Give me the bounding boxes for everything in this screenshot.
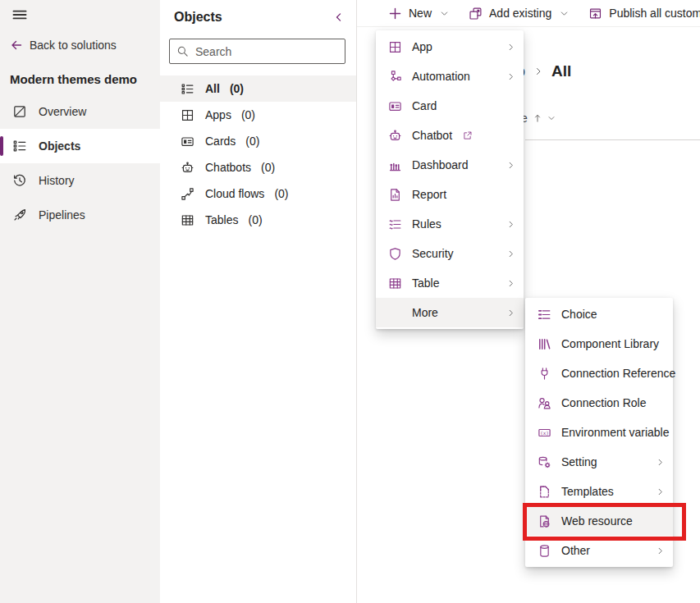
- automation-icon: [387, 70, 403, 84]
- dashboard-icon: [387, 158, 403, 172]
- environment-variable-icon: (x): [537, 426, 552, 440]
- item-count: (0): [241, 108, 255, 121]
- publish-icon: [588, 7, 602, 21]
- sidebar-item-pipelines[interactable]: Pipelines: [0, 198, 160, 232]
- back-to-solutions-label: Back to solutions: [30, 39, 117, 52]
- search-icon: [176, 45, 189, 57]
- card-icon: [181, 135, 195, 148]
- item-count: (0): [230, 82, 244, 95]
- overview-icon: [12, 104, 27, 119]
- search-input[interactable]: [195, 45, 344, 58]
- pipelines-icon: [12, 208, 27, 222]
- more-menu-item-component-library[interactable]: Component Library: [525, 329, 673, 359]
- connection-reference-icon: [537, 367, 552, 381]
- new-menu-item-security[interactable]: Security: [376, 239, 524, 268]
- setting-icon: [537, 455, 552, 469]
- item-count: (0): [261, 161, 275, 174]
- item-count: (0): [274, 187, 288, 200]
- plus-icon: [388, 7, 402, 21]
- table-icon: [387, 276, 403, 290]
- svg-text:(x): (x): [540, 429, 549, 435]
- app-icon: [387, 40, 403, 54]
- hamburger-menu-button[interactable]: [11, 7, 28, 23]
- breadcrumb-separator-icon: [533, 66, 543, 76]
- new-menu-item-chatbot[interactable]: Chatbot: [376, 121, 524, 150]
- new-menu-item-card[interactable]: Card: [376, 91, 524, 121]
- chevron-down-icon: [440, 9, 449, 18]
- web-resource-icon: [537, 514, 552, 528]
- app-window: Back to solutions Modern themes demo Ove…: [0, 0, 700, 603]
- chevron-right-icon: [506, 43, 515, 52]
- add-existing-icon: [469, 7, 483, 21]
- more-menu-item-setting[interactable]: Setting: [525, 447, 673, 477]
- item-count: (0): [248, 213, 262, 226]
- more-menu-item-connection-role[interactable]: Connection Role: [525, 388, 673, 418]
- search-box: [169, 39, 345, 64]
- solution-sidebar: Back to solutions Modern themes demo Ove…: [0, 0, 160, 603]
- breadcrumb-current: All: [551, 62, 571, 80]
- item-count: (0): [245, 135, 259, 148]
- objects-filter-chatbots[interactable]: Chatbots (0): [160, 154, 356, 180]
- objects-list-icon: [12, 139, 27, 153]
- sidebar-item-objects[interactable]: Objects: [0, 129, 160, 163]
- templates-icon: [537, 485, 552, 499]
- more-menu-item-environment-variable[interactable]: (x) Environment variable: [525, 418, 673, 447]
- new-menu-item-table[interactable]: Table: [376, 268, 524, 298]
- chevron-right-icon: [656, 458, 665, 467]
- card-icon: [387, 99, 403, 113]
- more-menu-item-choice[interactable]: Choice: [525, 299, 673, 329]
- more-submenu: Choice Component Library Connection Refe…: [525, 298, 673, 567]
- collapse-panel-button[interactable]: [333, 11, 345, 23]
- sidebar-item-history[interactable]: History: [0, 163, 160, 198]
- column-menu-chevron-icon[interactable]: [547, 114, 556, 122]
- chevron-right-icon: [656, 546, 665, 555]
- more-menu-item-other[interactable]: Other: [525, 536, 673, 565]
- connection-role-icon: [537, 396, 552, 410]
- chevron-right-icon: [506, 308, 515, 317]
- history-icon: [12, 173, 27, 188]
- security-icon: [387, 247, 403, 261]
- solution-title: Modern themes demo: [10, 72, 137, 86]
- sidebar-item-overview[interactable]: Overview: [0, 94, 160, 129]
- rules-icon: [387, 217, 403, 231]
- chevron-right-icon: [506, 161, 515, 170]
- toolbar-button-add-existing[interactable]: Add existing: [462, 0, 575, 27]
- toolbar-button-new[interactable]: New: [382, 0, 455, 27]
- more-menu-item-connection-reference[interactable]: Connection Reference: [525, 359, 673, 388]
- back-to-solutions-link[interactable]: Back to solutions: [10, 39, 117, 52]
- objects-filter-cards[interactable]: Cards (0): [160, 128, 356, 154]
- objects-filter-apps[interactable]: Apps (0): [160, 102, 356, 128]
- new-dropdown-menu: App Automation Card Chatbot: [376, 30, 524, 329]
- toolbar-button-publish-all-customizations[interactable]: Publish all customizations: [582, 0, 700, 27]
- chatbot-icon: [181, 161, 195, 175]
- objects-list: All (0) Apps (0) Cards (0) Chatb: [160, 75, 356, 233]
- more-menu-item-web-resource[interactable]: Web resource: [525, 506, 673, 536]
- chevron-right-icon: [506, 249, 515, 258]
- new-menu-item-dashboard[interactable]: Dashboard: [376, 150, 524, 180]
- new-menu-item-rules[interactable]: Rules: [376, 209, 524, 239]
- objects-panel-header: Objects: [160, 0, 356, 25]
- chevron-right-icon: [506, 72, 515, 81]
- new-menu-item-automation[interactable]: Automation: [376, 62, 524, 91]
- component-library-icon: [537, 337, 552, 351]
- new-menu-item-more[interactable]: More: [376, 298, 524, 327]
- other-icon: [537, 544, 552, 558]
- chevron-right-icon: [506, 220, 515, 229]
- all-list-icon: [181, 82, 195, 96]
- objects-filter-cloud-flows[interactable]: Cloud flows (0): [160, 180, 356, 207]
- objects-panel-title: Objects: [174, 10, 222, 25]
- new-menu-item-app[interactable]: App: [376, 32, 524, 62]
- chatbot-icon: [387, 129, 403, 143]
- report-icon: [387, 188, 403, 202]
- new-menu-item-report[interactable]: Report: [376, 180, 524, 209]
- back-arrow-icon: [10, 39, 23, 52]
- chevron-down-icon: [560, 9, 569, 18]
- sort-ascending-icon: [533, 113, 542, 123]
- more-menu-item-templates[interactable]: Templates: [525, 477, 673, 506]
- table-icon: [181, 213, 195, 227]
- choice-icon: [537, 308, 552, 322]
- cloud-flow-icon: [181, 187, 195, 201]
- objects-filter-tables[interactable]: Tables (0): [160, 207, 356, 233]
- chevron-right-icon: [656, 487, 665, 496]
- objects-filter-all[interactable]: All (0): [160, 75, 356, 102]
